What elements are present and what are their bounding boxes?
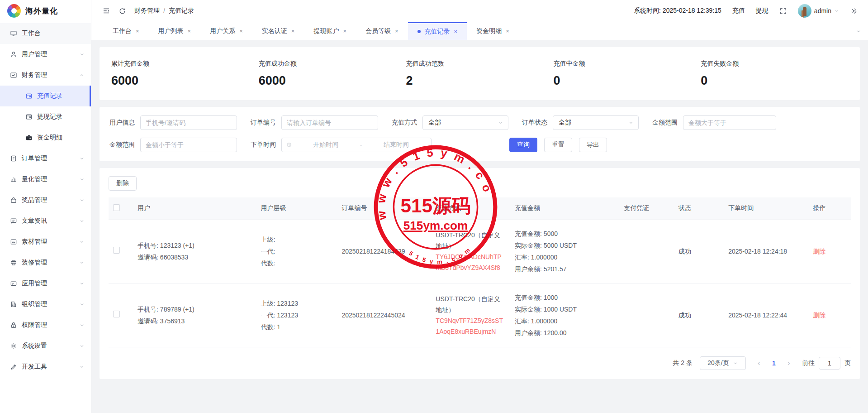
select-all-checkbox[interactable] [113, 204, 120, 211]
tab-member-level[interactable]: 会员等级 × [356, 22, 408, 40]
close-icon[interactable]: × [395, 28, 398, 34]
recharge-method-select[interactable]: 全部 [422, 115, 508, 130]
sidebar-item-user-management[interactable]: 用户管理 [0, 44, 91, 65]
user-phone: 手机号: 123123 (+1) [138, 240, 251, 251]
withdraw-link[interactable]: 提现 [756, 7, 768, 15]
order-time-range-picker[interactable]: 开始时间 - 结束时间 [281, 138, 432, 152]
filter-label: 金额范围 [109, 141, 135, 149]
sidebar-item-order-management[interactable]: 订单管理 [0, 148, 91, 169]
amount-gte-input[interactable] [683, 115, 776, 130]
reset-button[interactable]: 重置 [544, 138, 572, 152]
user-menu[interactable]: admin [798, 4, 840, 18]
level-parent: 上级: [261, 234, 333, 245]
tab-recharge-records[interactable]: 充值记录 × [408, 22, 467, 40]
row-checkbox[interactable] [113, 311, 120, 317]
chevron-down-icon [79, 302, 85, 307]
collapse-sidebar-button[interactable] [102, 7, 110, 15]
range-separator: - [360, 141, 362, 149]
sidebar-item-organization-management[interactable]: 组织管理 [0, 294, 91, 315]
sidebar-item-label: 量化管理 [22, 175, 47, 183]
close-icon[interactable]: × [136, 28, 139, 34]
chevron-down-icon [79, 281, 85, 286]
fullscreen-button[interactable] [779, 7, 787, 15]
top-header: 财务管理 / 充值记录 系统时间: 2025-02-18 12:39:15 充值… [91, 0, 868, 22]
tab-withdraw-accounts[interactable]: 提现账户 × [304, 22, 356, 40]
filter-label: 订单状态 [522, 119, 547, 127]
refresh-button[interactable] [119, 7, 126, 15]
delete-row-link[interactable]: 删除 [813, 312, 825, 319]
close-icon[interactable]: × [343, 28, 346, 34]
active-tab-dot [417, 30, 421, 33]
export-button[interactable]: 导出 [579, 138, 607, 152]
select-value: 全部 [428, 119, 441, 127]
sidebar-item-label: 权限管理 [22, 321, 47, 329]
chevron-down-icon [628, 120, 634, 125]
stat-value: 6000 [259, 74, 406, 88]
sidebar-item-decoration-management[interactable]: 装修管理 [0, 252, 91, 273]
amount-lte-input[interactable] [140, 138, 237, 152]
sidebar-item-finance-management[interactable]: 财务管理 [0, 65, 91, 86]
filter-label: 下单时间 [251, 141, 276, 149]
status-cell: 成功 [674, 283, 724, 347]
search-button[interactable]: 查询 [509, 138, 537, 152]
col-recharge-amount: 充值金额 [510, 197, 619, 219]
close-icon[interactable]: × [188, 28, 191, 34]
current-page-number[interactable]: 1 [768, 357, 780, 370]
settings-button[interactable] [850, 7, 858, 15]
fullscreen-icon [779, 7, 787, 15]
recharge-amount-cell: 充值金额: 5000 实际金额: 5000 USDT 汇率: 1.000000 … [510, 219, 619, 283]
sidebar-item-article-news[interactable]: 文章资讯 [0, 211, 91, 231]
chevron-down-icon [79, 52, 85, 57]
sidebar-item-withdraw-records[interactable]: 提现记录 [0, 106, 91, 127]
close-icon[interactable]: × [454, 28, 458, 35]
sidebar-item-permission-management[interactable]: 权限管理 [0, 315, 91, 336]
tab-label: 工作台 [113, 27, 132, 35]
stat-success-amount: 充值成功金额 6000 [259, 60, 406, 88]
recharge-method-cell: USDT-TRC20（自定义地址） TC9NqvTF71Z5yZ8sST1Aoq… [431, 283, 510, 347]
page-size-select[interactable]: 20条/页 [700, 356, 746, 370]
bag-icon [10, 197, 17, 204]
order-status-select[interactable]: 全部 [553, 115, 639, 130]
wallet-address[interactable]: TC9NqvTF71Z5yZ8sST1AoqE8xuRBEujmzN [436, 315, 506, 337]
wallet-address[interactable]: TY6JDQ7mADcNUhTPmB8TdPbvYZ9AX4Sf8 [436, 251, 506, 273]
tab-real-name-auth[interactable]: 实名认证 × [252, 22, 304, 40]
chart-icon [10, 72, 17, 79]
tab-list-dropdown[interactable] [849, 22, 868, 40]
sidebar-item-prize-management[interactable]: 奖品管理 [0, 190, 91, 211]
tab-label: 资金明细 [476, 27, 502, 35]
tab-user-list[interactable]: 用户列表 × [149, 22, 201, 40]
app-logo: 海外量化 [0, 0, 91, 22]
stat-failed-amount: 充值失败金额 0 [701, 60, 848, 88]
filter-label: 充值方式 [392, 119, 417, 127]
next-page-button[interactable]: › [783, 357, 795, 370]
batch-delete-button[interactable]: 删除 [109, 176, 137, 191]
row-checkbox[interactable] [113, 247, 120, 254]
filter-order-no: 订单编号 [251, 115, 378, 130]
sidebar-item-quant-management[interactable]: 量化管理 [0, 169, 91, 190]
stat-success-count: 充值成功笔数 2 [406, 60, 554, 88]
sidebar-item-fund-details[interactable]: 资金明细 [0, 127, 91, 148]
prev-page-button[interactable]: ‹ [753, 357, 765, 370]
breadcrumb-section[interactable]: 财务管理 [134, 7, 160, 15]
close-icon[interactable]: × [291, 28, 295, 34]
page-size-value: 20条/页 [707, 359, 729, 367]
goto-page-input[interactable] [819, 357, 840, 370]
order-no-input[interactable] [281, 115, 378, 130]
sidebar-item-system-settings[interactable]: 系统设置 [0, 336, 91, 356]
sidebar-item-dev-tools[interactable]: 开发工具 [0, 356, 91, 377]
sidebar-item-workbench[interactable]: 工作台 [0, 23, 91, 44]
close-icon[interactable]: × [239, 28, 243, 34]
tab-user-relations[interactable]: 用户关系 × [200, 22, 252, 40]
delete-row-link[interactable]: 删除 [813, 248, 825, 255]
table-card: 删除 用户 用户层级 订单编号 充值方式 充值金额 支付凭证 状态 下单时间 [100, 168, 860, 379]
order-time-cell: 2025-02-18 12:22:44 [724, 283, 808, 347]
sidebar-item-recharge-records[interactable]: 充值记录 [0, 86, 91, 106]
document-icon [10, 155, 17, 162]
user-info-input[interactable] [140, 115, 237, 130]
sidebar-item-app-management[interactable]: 应用管理 [0, 273, 91, 294]
tab-workbench[interactable]: 工作台 × [103, 22, 149, 40]
tab-fund-details[interactable]: 资金明细 × [467, 22, 519, 40]
recharge-link[interactable]: 充值 [732, 7, 745, 15]
close-icon[interactable]: × [506, 28, 509, 34]
sidebar-item-material-management[interactable]: 素材管理 [0, 231, 91, 252]
